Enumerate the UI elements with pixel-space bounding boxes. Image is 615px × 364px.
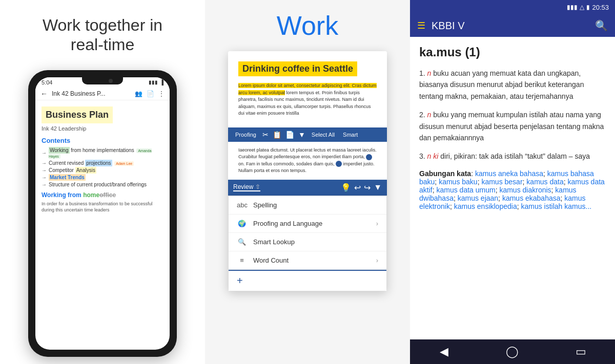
add-icon: + xyxy=(237,275,243,286)
word-count-icon: ≡ xyxy=(237,256,247,264)
people-icon[interactable]: 👥 xyxy=(135,90,142,97)
gabungan-link-1[interactable]: kamus aneka bahasa xyxy=(475,169,543,178)
undo-icon[interactable]: ↩ xyxy=(354,183,361,192)
kbbi-gabungan: Gabungan kata: kamus aneka bahasa; kamus… xyxy=(419,169,606,210)
home-nav-button[interactable]: ◯ xyxy=(502,345,523,358)
doc-icon[interactable]: 📄 xyxy=(147,90,154,97)
kbbi-definition-1: 1. n buku acuan yang memuat kata dan ung… xyxy=(419,68,606,102)
kbbi-main-word: ka.mus (1) xyxy=(419,45,606,59)
list-item: → Competitor Analysis xyxy=(42,167,163,173)
gabungan-link-7[interactable]: kamus data umum xyxy=(436,186,495,194)
review-tab-bar: Review ⇧ 💡 ↩ ↪ ▼ xyxy=(228,180,387,196)
battery-status-icon: ▮ xyxy=(586,4,590,11)
doc-body-text: In order for a business transformation t… xyxy=(42,201,163,213)
middle-title: Work xyxy=(277,10,338,41)
redo-icon[interactable]: ↪ xyxy=(364,183,371,192)
def-number-3: 3. xyxy=(419,152,425,160)
gabungan-label: Gabungan kata xyxy=(419,169,471,178)
arrow-icon: → xyxy=(42,160,47,166)
doc-paragraph-2: Iaeoreet platea dictumst. Ut placerat le… xyxy=(238,147,377,175)
tab-arrows[interactable]: ⇧ xyxy=(255,183,260,190)
back-icon[interactable]: ← xyxy=(40,90,48,98)
search-button[interactable]: 🔍 xyxy=(595,19,608,32)
proofing-icon: 🌍 xyxy=(237,220,247,227)
back-nav-button[interactable]: ◀ xyxy=(434,345,455,358)
tab-icons: 💡 ↩ ↪ ▼ xyxy=(341,183,382,192)
def-type-3: n ki xyxy=(427,152,439,160)
middle-panel: Work Drinking coffee in Seattle Lorem ip… xyxy=(205,0,410,364)
gabungan-link-4[interactable]: kamus besar xyxy=(481,178,522,186)
more-tab-icon[interactable]: ▼ xyxy=(374,183,382,192)
spelling-icon: abc xyxy=(237,201,247,209)
status-icons: ▮▮▮ △ ▮ 20:53 xyxy=(567,4,609,11)
def-text-2: buku yang memuat kumpulan istilah atau n… xyxy=(419,111,604,142)
smart-btn[interactable]: Smart xyxy=(341,131,360,139)
left-panel: Work together in real-time 5:04 ▮▮▮ ▐ ← … xyxy=(0,0,205,364)
android-nav-bar: ◀ ◯ ▭ xyxy=(410,339,615,364)
word-count-menu-item[interactable]: ≡ Word Count › xyxy=(229,251,386,270)
bulb-icon[interactable]: 💡 xyxy=(341,183,351,192)
phone-screen: 5:04 ▮▮▮ ▐ ← Ink 42 Business P... 👥 📄 ⋮ … xyxy=(35,77,170,350)
phone-toolbar-title: Ink 42 Business P... xyxy=(52,90,131,97)
smart-lookup-menu-item[interactable]: 🔍 Smart Lookup xyxy=(229,233,386,251)
recents-nav-button[interactable]: ▭ xyxy=(570,345,591,358)
item-text: Structure of current product/brand offer… xyxy=(49,182,147,187)
more-icon[interactable]: ⋮ xyxy=(158,90,165,97)
gabungan-link-8[interactable]: kamus diakronis xyxy=(499,186,551,194)
smart-lookup-icon: 🔍 xyxy=(237,238,247,246)
doc-text-area: Iaeoreet platea dictumst. Ut placerat le… xyxy=(228,142,387,180)
phone-toolbar: ← Ink 42 Business P... 👥 📄 ⋮ xyxy=(35,88,170,100)
gabungan-link-5[interactable]: kamus data xyxy=(526,178,563,186)
proofing-language-menu-item[interactable]: 🌍 Proofing and Language › xyxy=(229,215,386,233)
contents-heading: Contents xyxy=(42,137,163,144)
arrow-icon: → xyxy=(42,167,47,173)
gabungan-link-11[interactable]: kamus ekabahasa xyxy=(502,194,561,202)
kbbi-definition-2: 2. n buku yang memuat kumpulan istilah a… xyxy=(419,109,606,143)
doc-subtitle: Ink 42 Leadership xyxy=(42,125,163,132)
item-text: Working from home implementations Amanda… xyxy=(49,147,163,159)
gabungan-link-13[interactable]: kamus ensiklopedia xyxy=(454,202,517,210)
def-number-2: 2. xyxy=(419,111,425,119)
android-status-bar: ▮▮▮ △ ▮ 20:53 xyxy=(410,0,615,14)
proofing-toolbar: Proofing ✂ 📋 📄 ▼ Select All Smart xyxy=(228,127,387,142)
tab-review[interactable]: Review ⇧ xyxy=(233,183,260,191)
list-item: → Market Trends xyxy=(42,175,163,180)
chevron-right-icon: › xyxy=(376,220,378,227)
def-type-1: n xyxy=(427,69,432,77)
doc-heading: Drinking coffee in Seattle xyxy=(238,61,357,76)
doc-paragraph-1: Lorem ipsum dolor sit amet, consectetur … xyxy=(238,82,377,117)
gabungan-link-10[interactable]: kamus ejaan xyxy=(458,194,498,202)
item-text: Market Trends xyxy=(49,175,86,180)
chevron-right-icon: › xyxy=(376,256,378,264)
word-count-label: Word Count xyxy=(253,256,289,264)
proofing-language-label: Proofing and Language xyxy=(253,220,322,227)
spelling-menu-item[interactable]: abc Spelling xyxy=(229,196,386,215)
proofing-btn[interactable]: Proofing xyxy=(233,131,258,139)
right-panel: ▮▮▮ △ ▮ 20:53 ☰ KBBI V 🔍 ka.mus (1) 1. n… xyxy=(410,0,615,364)
item-text: Current revised projections Adam Lee xyxy=(49,160,134,166)
gabungan-link-3[interactable]: kamus baku xyxy=(439,178,477,186)
working-from-label: Working from homeoffice xyxy=(42,191,163,199)
doc-dropdown-menu: abc Spelling 🌍 Proofing and Language › 🔍… xyxy=(228,196,387,291)
status-time: 20:53 xyxy=(592,4,609,11)
phone-mockup: 5:04 ▮▮▮ ▐ ← Ink 42 Business P... 👥 📄 ⋮ … xyxy=(28,70,177,357)
doc-page: Drinking coffee in Seattle Lorem ipsum d… xyxy=(228,51,387,127)
list-item: → Working from home implementations Aman… xyxy=(42,147,163,159)
kbbi-toolbar: ☰ KBBI V 🔍 xyxy=(410,14,615,37)
dropdown-arrow[interactable]: ▼ xyxy=(298,131,305,139)
wifi-icon: ▮▮▮ xyxy=(149,79,158,85)
spelling-label: Spelling xyxy=(253,201,277,209)
doc-title: Business Plan xyxy=(46,110,109,120)
gabungan-link-14[interactable]: kamus istilah kamus... xyxy=(521,202,591,210)
left-title: Work together in real-time xyxy=(43,15,162,55)
copy-icon[interactable]: 📋 xyxy=(273,131,281,139)
list-item: → Current revised projections Adam Lee xyxy=(42,160,163,166)
hamburger-icon[interactable]: ☰ xyxy=(417,20,425,31)
signal-icon: ▮▮▮ xyxy=(567,4,578,11)
smart-lookup-label: Smart Lookup xyxy=(253,238,295,246)
arrow-icon: → xyxy=(42,150,47,156)
battery-icon: ▐ xyxy=(160,79,163,85)
paste-icon[interactable]: 📄 xyxy=(285,131,294,139)
select-all-btn[interactable]: Select All xyxy=(310,131,337,139)
scissors-icon[interactable]: ✂ xyxy=(262,131,269,139)
